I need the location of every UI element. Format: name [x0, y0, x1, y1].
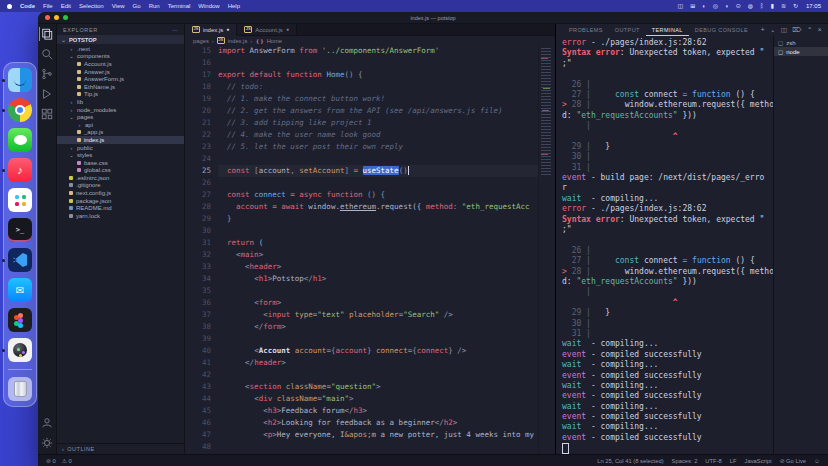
menu-clock[interactable]: 17:05: [806, 3, 821, 9]
code-line[interactable]: [218, 369, 538, 381]
finder-dock-icon[interactable]: [8, 68, 32, 92]
terminal-output[interactable]: error - ./pages/index.js:28:62Syntax err…: [556, 36, 773, 454]
code-line[interactable]: </header>: [218, 357, 538, 369]
tree-item-pages[interactable]: ⌄pages: [57, 113, 184, 121]
code-line[interactable]: [218, 153, 538, 165]
code-line[interactable]: <h1>Potstop</h1>: [218, 273, 538, 285]
code-line[interactable]: [218, 333, 538, 345]
menu-selection[interactable]: Selection: [79, 3, 104, 9]
kill-terminal-icon[interactable]: ⌦: [792, 26, 802, 34]
tree-item-yarn.lock[interactable]: yarn.lock: [57, 212, 184, 220]
screen-mirroring-icon[interactable]: ◫: [678, 3, 684, 9]
code-line[interactable]: </form>: [218, 321, 538, 333]
menu-window[interactable]: Window: [198, 3, 219, 9]
tab-index.js[interactable]: JSindex.js●: [185, 24, 237, 36]
minimap[interactable]: [538, 45, 555, 454]
vscode-dock-icon[interactable]: [8, 248, 32, 272]
chat-icon[interactable]: ◖: [725, 3, 729, 9]
minimize-window-button[interactable]: [54, 15, 59, 20]
tree-item-index.js[interactable]: index.js: [57, 136, 184, 144]
panel-tab-problems[interactable]: PROBLEMS: [563, 24, 609, 36]
menu-edit[interactable]: Edit: [61, 3, 71, 9]
wifi-icon[interactable]: ≋: [781, 3, 786, 9]
tree-item-public[interactable]: ›public: [57, 144, 184, 152]
status-item-5[interactable]: ⊘ Go Live: [780, 458, 806, 464]
menu-help[interactable]: Help: [228, 3, 240, 9]
status-item-3[interactable]: LF: [730, 458, 737, 464]
code-line[interactable]: import AnswerForm from '../components/An…: [218, 45, 538, 57]
code-line[interactable]: <section className="question">: [218, 381, 538, 393]
music-dock-icon[interactable]: [8, 158, 32, 182]
code-editor[interactable]: 1516171819202122232425262728293031323334…: [185, 45, 555, 454]
terminal-session-node[interactable]: ▢node: [774, 47, 828, 56]
slack-dock-icon[interactable]: [8, 188, 32, 212]
code-line[interactable]: <form>: [218, 297, 538, 309]
tree-item-next.config.js[interactable]: next.config.js: [57, 189, 184, 197]
menu-code[interactable]: Code: [20, 3, 35, 9]
code-line[interactable]: account = await window.ethereum.request(…: [218, 201, 538, 213]
code-line[interactable]: [218, 441, 538, 453]
explorer-root-folder[interactable]: ⌄ POTSTOP: [57, 35, 184, 44]
tree-item-global.css[interactable]: global.css: [57, 167, 184, 175]
mail-dock-icon[interactable]: [8, 278, 32, 302]
panel-tab-debug-console[interactable]: DEBUG CONSOLE: [689, 24, 754, 36]
tree-item-Account.js[interactable]: Account.js: [57, 60, 184, 68]
sync-icon[interactable]: ↻: [793, 3, 798, 9]
code-line[interactable]: [218, 177, 538, 189]
tree-item-styles[interactable]: ⌄styles: [57, 151, 184, 159]
code-line[interactable]: <h3>Feedback forum</h3>: [218, 405, 538, 417]
tree-item-.next[interactable]: ›.next: [57, 45, 184, 53]
code-line[interactable]: // 3. add tipping like project 1: [218, 117, 538, 129]
code-line[interactable]: <input type="text" placeholder="Search" …: [218, 309, 538, 321]
code-line[interactable]: <main>: [218, 249, 538, 261]
tree-item-node_modules[interactable]: ›node_modules: [57, 106, 184, 114]
panel-tab-terminal[interactable]: TERMINAL: [646, 24, 689, 36]
close-panel-icon[interactable]: ×: [818, 26, 822, 34]
terminal-dock-icon[interactable]: [8, 218, 32, 242]
code-line[interactable]: }: [218, 213, 538, 225]
explorer-icon[interactable]: [39, 27, 54, 41]
code-lines[interactable]: import AnswerForm from '../components/An…: [218, 45, 538, 454]
errors-indicator[interactable]: ⊘ 0: [46, 458, 56, 464]
tree-item-lib[interactable]: ›lib: [57, 98, 184, 106]
modified-dot-icon[interactable]: ●: [286, 27, 289, 32]
status-item-2[interactable]: UTF-8: [705, 458, 721, 464]
code-line[interactable]: <header>: [218, 261, 538, 273]
siri-icon[interactable]: ◍: [748, 3, 753, 9]
code-line[interactable]: return (: [218, 237, 538, 249]
tree-item-.eslintrc.json[interactable]: .eslintrc.json: [57, 174, 184, 182]
menu-terminal[interactable]: Terminal: [168, 3, 191, 9]
status-item-6[interactable]: ☺: [814, 458, 820, 464]
code-line[interactable]: // 2. get the answers from the API (see …: [218, 105, 538, 117]
tree-item-Answer.js[interactable]: Answer.js: [57, 68, 184, 76]
code-line[interactable]: [218, 225, 538, 237]
trash-dock-icon[interactable]: [8, 377, 32, 401]
tree-item-AnswerForm.js[interactable]: AnswerForm.js: [57, 75, 184, 83]
menu-go[interactable]: Go: [133, 3, 141, 9]
code-line[interactable]: export default function Home() {: [218, 69, 538, 81]
code-line[interactable]: // todo:: [218, 81, 538, 93]
code-line[interactable]: [218, 285, 538, 297]
code-line[interactable]: <Account account={account} connect={conn…: [218, 345, 538, 357]
stage-manager-icon[interactable]: ◐: [702, 3, 706, 9]
tree-item-components[interactable]: ⌄components: [57, 53, 184, 61]
menu-file[interactable]: File: [43, 3, 53, 9]
tree-item-_app.js[interactable]: _app.js: [57, 129, 184, 137]
settings-gear-icon[interactable]: [40, 436, 54, 450]
display-icon[interactable]: ⊞: [690, 3, 695, 9]
code-line[interactable]: <div className="main">: [218, 393, 538, 405]
tree-item-api[interactable]: ›api: [57, 121, 184, 129]
close-window-button[interactable]: [45, 15, 50, 20]
new-terminal-icon[interactable]: +: [761, 26, 765, 34]
chrome-dock-icon[interactable]: [8, 98, 32, 122]
explorer-actions-icon[interactable]: ⋯: [173, 27, 179, 33]
code-line[interactable]: <h2>Looking for feedback as a beginner</…: [218, 417, 538, 429]
search-icon[interactable]: [40, 47, 54, 61]
apple-menu-icon[interactable]: [7, 4, 12, 9]
maximize-panel-icon[interactable]: ⌃: [807, 26, 813, 34]
code-line[interactable]: [218, 57, 538, 69]
breadcrumb-item-index.js[interactable]: index.js: [228, 38, 248, 44]
accounts-icon[interactable]: [40, 416, 54, 430]
tree-item-.gitignore[interactable]: .gitignore: [57, 182, 184, 190]
sphere-dock-icon[interactable]: [8, 338, 32, 362]
